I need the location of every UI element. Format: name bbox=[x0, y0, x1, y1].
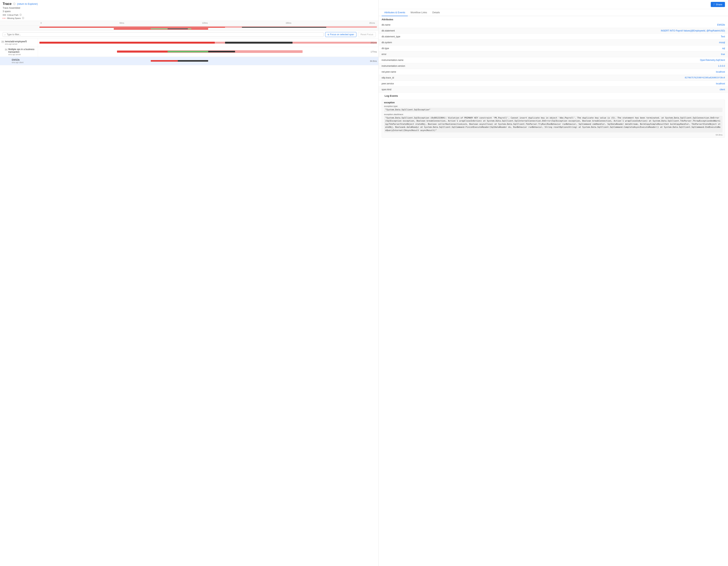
log-detail-stacktrace: exception.stacktrace: "System.Data.SqlCl… bbox=[384, 113, 723, 133]
span-left-3: EMSDb ems-api client bbox=[0, 57, 38, 65]
attr-key-peerservice: peer.service bbox=[379, 81, 536, 86]
attr-row-traceid: otlp.trace_id 8270675762598f42305a826003… bbox=[379, 75, 728, 81]
timeline-label-120: 120ms bbox=[202, 22, 208, 24]
minimap bbox=[0, 25, 378, 31]
right-header: ⤴ Share bbox=[379, 0, 728, 9]
tab-details[interactable]: Details bbox=[430, 9, 443, 16]
attr-val-dbstatement: INSERT INTO Payroll Values(@EmployeeId, … bbox=[536, 28, 728, 34]
span-bar-1 bbox=[39, 40, 377, 46]
tab-workflow-links[interactable]: Workflow Links bbox=[408, 9, 430, 16]
timeline-header: 0 60ms 120ms 180ms 261ms bbox=[0, 21, 378, 25]
span-row-2[interactable]: 1∨ Multiple ops in a business transactio… bbox=[0, 47, 378, 57]
span-service-3: ems-api client bbox=[12, 61, 24, 64]
critical-path-info-icon[interactable]: ⓘ bbox=[20, 13, 22, 16]
span-right-1: 261ms bbox=[38, 38, 378, 47]
bar-red-1 bbox=[39, 42, 215, 44]
attr-val-spankind: client bbox=[536, 87, 728, 92]
attr-val-instrname: OpenTelemetry.SqlClient bbox=[536, 57, 728, 63]
timeline-label-60: 60ms bbox=[119, 22, 124, 24]
minimap-bar-dark bbox=[242, 27, 326, 28]
reset-focus-button[interactable]: Reset Focus bbox=[358, 32, 376, 37]
span-bar-3 bbox=[39, 58, 377, 64]
log-event-exception: exception exception.type: "System.Data.S… bbox=[382, 100, 725, 138]
attr-row-dbstatementtype: db.statement_type Text bbox=[379, 34, 728, 40]
timeline-label-0: 0 bbox=[41, 22, 42, 24]
attr-key-traceid: otlp.trace_id bbox=[379, 75, 536, 81]
tab-attributes-events[interactable]: Attributes & Events bbox=[382, 9, 408, 16]
attr-key-instrversion: instrumentation.version bbox=[379, 63, 536, 69]
log-detail-val-stacktrace: "System.Data.SqlClient.SqlException (0x8… bbox=[384, 116, 723, 133]
timeline-label-261: 261ms bbox=[369, 22, 375, 24]
attr-val-dbtype: sql bbox=[536, 46, 728, 51]
attr-val-instrversion: 1.0.0.0 bbox=[536, 63, 728, 69]
span-left-1: 2∨ /ems/add-employee/5 ems-api server bbox=[0, 38, 38, 47]
log-detail-val-type: "System.Data.SqlClient.SqlException" bbox=[384, 108, 723, 112]
span-name-3: EMSDb bbox=[12, 59, 24, 61]
attr-val-dbname: EMSDb bbox=[536, 22, 728, 28]
attr-key-dbname: db.name bbox=[379, 22, 536, 28]
span-right-2: 177ms bbox=[38, 47, 378, 57]
span-row[interactable]: 2∨ /ems/add-employee/5 ems-api server bbox=[0, 38, 378, 47]
span-name-1: /ems/add-employee/5 bbox=[5, 40, 27, 43]
attr-key-dbstatementtype: db.statement_type bbox=[379, 34, 536, 39]
share-icon: ⤴ bbox=[713, 3, 715, 6]
span-name-wrap-1: /ems/add-employee/5 ems-api server bbox=[5, 40, 27, 45]
attr-val-peerservice: localhost bbox=[536, 81, 728, 86]
focus-selected-span-button[interactable]: ⧉ Focus on selected span bbox=[325, 32, 357, 37]
attr-key-dbstatement: db.statement bbox=[379, 28, 536, 34]
span-row-3[interactable]: EMSDb ems-api client 64.8ms bbox=[0, 57, 378, 65]
attr-row-netpeer: net.peer.name localhost bbox=[379, 69, 728, 75]
minimap-bar2-dark bbox=[168, 28, 188, 29]
attr-row-instrversion: instrumentation.version 1.0.0.0 bbox=[379, 63, 728, 69]
attr-key-dbsystem: db.system bbox=[379, 40, 536, 45]
minimap-bar-red bbox=[39, 27, 225, 28]
critical-path-line bbox=[3, 15, 6, 15]
attributes-section-title: Attributes bbox=[379, 16, 728, 22]
focus-icon: ⧉ bbox=[328, 33, 329, 36]
info-icon[interactable]: ⓘ bbox=[13, 2, 16, 6]
attr-row-dbname: db.name EMSDb bbox=[379, 22, 728, 28]
attr-row-error: error true bbox=[379, 51, 728, 57]
log-detail-key-type: exception.type: bbox=[384, 105, 723, 107]
bar-dark-2 bbox=[208, 51, 235, 52]
span-duration-2: 177ms bbox=[371, 51, 377, 53]
span-bar-container-3 bbox=[39, 59, 377, 63]
missing-spans-legend: Missing Spans ⓘ bbox=[3, 17, 376, 20]
log-event-name: exception bbox=[384, 101, 723, 104]
attr-row-dbstatement: db.statement INSERT INTO Payroll Values(… bbox=[379, 28, 728, 34]
share-button[interactable]: ⤴ Share bbox=[711, 2, 725, 7]
attr-key-dbtype: db.type bbox=[379, 46, 536, 51]
span-service-2: ems-api server bbox=[8, 53, 36, 56]
attr-key-spankind: span.kind bbox=[379, 87, 536, 92]
span-bar-container-1 bbox=[39, 41, 377, 45]
attr-key-instrname: instrumentation.name bbox=[379, 57, 536, 63]
filter-input[interactable] bbox=[7, 33, 322, 36]
search-icon: ⌕ bbox=[4, 33, 6, 36]
span-bar-container-2 bbox=[39, 50, 377, 54]
spans-area: 2∨ /ems/add-employee/5 ems-api server bbox=[0, 38, 378, 566]
attr-row-dbtype: db.type sql bbox=[379, 46, 728, 51]
attr-val-traceid: 8270675762598f42305a8260033f38c0 bbox=[536, 75, 728, 81]
filter-input-wrap[interactable]: ⌕ bbox=[3, 32, 324, 37]
timeline-label-180: 180ms bbox=[286, 22, 291, 24]
attr-val-error: true bbox=[536, 51, 728, 57]
right-panel: ⤴ Share Attributes & Events Workflow Lin… bbox=[379, 0, 728, 566]
spans-count: 3 spans bbox=[3, 10, 376, 13]
filter-bar: ⌕ ⧉ Focus on selected span Reset Focus bbox=[0, 31, 378, 38]
log-detail-type: exception.type: "System.Data.SqlClient.S… bbox=[384, 105, 723, 112]
attr-row-instrname: instrumentation.name OpenTelemetry.SqlCl… bbox=[379, 57, 728, 63]
span-toggle-1[interactable]: 2∨ bbox=[2, 40, 4, 43]
log-detail-key-stacktrace: exception.stacktrace: bbox=[384, 113, 723, 115]
span-duration-1: 261ms bbox=[371, 42, 377, 44]
span-toggle-2[interactable]: 1∨ bbox=[5, 48, 8, 51]
missing-spans-info-icon[interactable]: ⓘ bbox=[22, 17, 24, 20]
span-service-1: ems-api server bbox=[5, 43, 27, 45]
attributes-panel: Attributes db.name EMSDb db.statement IN… bbox=[379, 16, 728, 566]
trace-assembled-label: Trace Assembled bbox=[3, 7, 376, 9]
span-indent-3: EMSDb ems-api client bbox=[8, 59, 36, 64]
left-panel: Trace ⓘ (return to Explorer) Trace Assem… bbox=[0, 0, 379, 566]
attr-row-dbsystem: db.system mssql bbox=[379, 40, 728, 46]
attributes-table: db.name EMSDb db.statement INSERT INTO P… bbox=[379, 22, 728, 93]
return-to-explorer-link[interactable]: (return to Explorer) bbox=[17, 2, 38, 5]
missing-spans-line bbox=[3, 18, 6, 18]
